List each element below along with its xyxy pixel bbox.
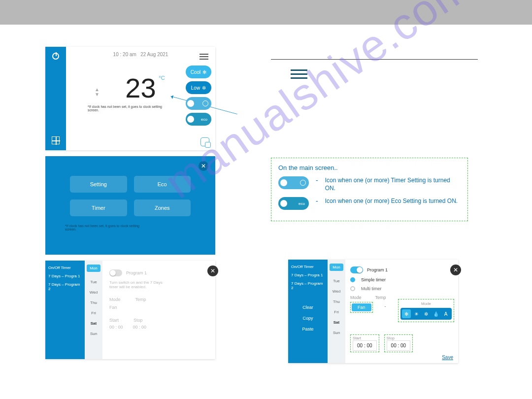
main-sidebar	[45, 47, 66, 150]
copy-button[interactable]: Copy	[291, 316, 325, 321]
paste-button[interactable]: Paste	[291, 327, 325, 332]
swap-icon[interactable]	[200, 137, 209, 146]
clock-icon	[300, 180, 306, 186]
mode-heat-icon[interactable]: ☀	[412, 309, 421, 318]
menu-panel: ✕ Setting Eco Timer Zones *If clock has …	[45, 156, 215, 255]
setting-button[interactable]: Setting	[70, 176, 127, 193]
timer-sidebar: On/Off Timer 7 Days – Progra 1 7 Days – …	[288, 260, 328, 363]
mode-selector: Mode ✻ ☀ ✲ 💧 A	[398, 299, 454, 322]
program-2-link[interactable]: 7 Days – Program 2	[291, 281, 325, 290]
start-time-box[interactable]: Start 00 : 00	[350, 334, 379, 352]
timer-panel-off: On/Off Timer 7 Days – Progra 1 7 Days – …	[45, 261, 215, 359]
eco-info-text: Icon when one (or more) Eco Setting is t…	[325, 197, 458, 205]
timer-toggle[interactable]	[186, 97, 211, 110]
close-button[interactable]: ✕	[199, 161, 208, 171]
info-title: On the main screen..	[278, 164, 461, 171]
program-toggle[interactable]	[109, 269, 122, 276]
page-header-bar	[0, 0, 532, 25]
program-hint: Turn switch on and the 7 Days timer will…	[109, 280, 168, 289]
mode-dry-icon[interactable]: 💧	[432, 309, 440, 318]
days-column: Mon Tue Wed Thu Fri Sat Sun	[328, 260, 345, 363]
close-button[interactable]: ✕	[207, 266, 218, 276]
day-wed[interactable]: Wed	[332, 289, 340, 294]
mode-fan-icon[interactable]: ✲	[422, 309, 431, 318]
datetime: 10 : 20 am 22 Aug 2021	[73, 52, 208, 57]
timer-panel-on: On/Off Timer 7 Days – Progra 1 7 Days – …	[288, 260, 458, 363]
zones-button[interactable]: Zones	[134, 200, 191, 216]
day-sat[interactable]: Sat	[91, 321, 97, 326]
fan-low-button[interactable]: Low ✲	[186, 81, 211, 94]
hamburger-icon-large	[291, 69, 307, 79]
timer-button[interactable]: Timer	[70, 200, 127, 216]
clock-note: *If clock has not been set, it goes to c…	[88, 105, 166, 112]
program-1-link[interactable]: 7 Days – Progra 1	[291, 273, 325, 277]
eco-toggle[interactable]: eco	[186, 113, 211, 126]
divider	[271, 59, 478, 60]
save-link[interactable]: Save	[442, 355, 453, 360]
day-tue[interactable]: Tue	[333, 279, 340, 283]
timer-sidebar: On/Off Timer 7 Days – Progra 1 7 Days – …	[45, 261, 85, 359]
clock-icon	[202, 100, 208, 106]
fan-icon: ✲	[202, 85, 206, 91]
day-sun[interactable]: Sun	[90, 332, 97, 336]
day-tue[interactable]: Tue	[90, 280, 97, 284]
close-button[interactable]: ✕	[450, 265, 461, 275]
program-1-link[interactable]: 7 Days – Progra 1	[48, 274, 82, 278]
stop-time-box[interactable]: Stop 00 : 00	[384, 334, 413, 352]
snowflake-icon: ✻	[202, 69, 206, 75]
program-label: Program 1	[367, 267, 388, 272]
day-sun[interactable]: Sun	[333, 331, 340, 335]
simple-radio[interactable]	[350, 277, 355, 282]
multi-radio[interactable]	[350, 286, 355, 291]
timer-pill-icon	[278, 176, 309, 189]
clock-note: *If clock has not been set, it goes to c…	[65, 224, 149, 231]
day-fri[interactable]: Fri	[91, 311, 96, 315]
cool-button[interactable]: Cool ✻	[186, 66, 211, 78]
zones-icon[interactable]	[52, 136, 60, 144]
fan-mode-value[interactable]: Fan	[352, 303, 371, 311]
day-wed[interactable]: Wed	[90, 290, 98, 295]
day-sat[interactable]: Sat	[333, 320, 339, 325]
day-mon[interactable]: Mon	[87, 265, 100, 272]
day-fri[interactable]: Fri	[334, 310, 338, 314]
clear-button[interactable]: Clear	[291, 305, 325, 310]
days-column: Mon Tue Wed Thu Fri Sat Sun	[85, 261, 102, 359]
mode-auto-icon[interactable]: A	[441, 309, 450, 318]
day-thu[interactable]: Thu	[90, 300, 97, 305]
program-toggle[interactable]	[350, 266, 363, 273]
mode-cool-icon[interactable]: ✻	[402, 309, 411, 318]
timer-title: On/Off Timer	[291, 265, 325, 269]
day-thu[interactable]: Thu	[333, 299, 340, 304]
power-icon[interactable]	[52, 53, 59, 60]
eco-pill-icon: eco	[278, 197, 309, 210]
timer-info-text: Icon when one (or more) Timer Setting is…	[325, 176, 461, 192]
program-2-link[interactable]: 7 Days – Program 2	[48, 282, 82, 291]
hamburger-icon[interactable]	[200, 54, 208, 60]
program-label: Program 1	[126, 270, 147, 275]
timer-title: On/Off Timer	[48, 266, 82, 270]
eco-button[interactable]: Eco	[134, 176, 191, 193]
main-screen-panel: 10 : 20 am 22 Aug 2021 ▲▼ 23°C *If clock…	[45, 47, 215, 150]
info-callout: On the main screen.. - Icon when one (or…	[271, 158, 468, 221]
day-mon[interactable]: Mon	[330, 264, 343, 271]
